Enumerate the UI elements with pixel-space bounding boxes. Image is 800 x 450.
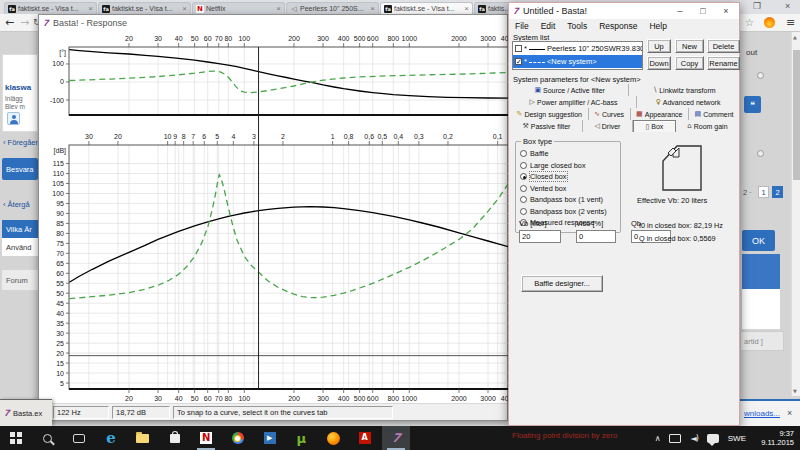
bookmark-star-icon[interactable]: ☆: [745, 17, 754, 28]
return-link[interactable]: ‹ Återgå: [3, 200, 39, 209]
close-tab-icon[interactable]: ×: [182, 5, 187, 13]
quote-icon[interactable]: ❝: [744, 96, 761, 113]
input-viso-[interactable]: [576, 230, 616, 243]
baffle-designer-button[interactable]: Baffle designer...: [521, 275, 603, 292]
system-list[interactable]: *Peerless 10" 250SWR39.8302✓*<New system…: [512, 41, 643, 70]
radio-button-icon[interactable]: [520, 150, 527, 157]
response-title-bar[interactable]: 7 Basta! - Response: [39, 15, 507, 31]
taskbar-icon-taskview[interactable]: [65, 426, 93, 450]
tab-design-suggestion[interactable]: ✎Design suggestion: [511, 108, 589, 120]
basta-exe-window-strip[interactable]: 7 Basta.ex: [0, 399, 52, 426]
tab-appearance[interactable]: ▦Appearance: [631, 108, 689, 120]
tab-room-gain[interactable]: ⌂Room gain: [676, 120, 739, 132]
tab-comment[interactable]: ▤Comment: [689, 108, 739, 120]
tab-passive-filter[interactable]: ⚒Passive filter: [511, 120, 583, 132]
taskbar-icon-basta[interactable]: 7: [382, 426, 410, 450]
scroll-up-icon[interactable]: ▲: [793, 34, 797, 40]
taskbar-icon-chrome[interactable]: [224, 426, 252, 450]
taskbar-icon-start[interactable]: [2, 426, 30, 450]
hamburger-menu-icon[interactable]: ≡: [786, 16, 795, 29]
tab-driver[interactable]: ◁Driver: [583, 120, 633, 132]
system-list-item[interactable]: ✓*<New system>: [513, 55, 642, 68]
downloads-link[interactable]: wnloads...: [744, 409, 780, 418]
radio-baffle[interactable]: Baffle: [516, 148, 620, 160]
tab-curves[interactable]: ∿Curves: [589, 108, 631, 120]
scroll-down-icon[interactable]: ▼: [793, 388, 797, 394]
browser-tab[interactable]: fafaktiskt.se - Visa t...×: [4, 2, 97, 14]
close-icon[interactable]: ×: [715, 4, 737, 18]
tab-linkwitz-transform[interactable]: ∖Linkwitz transform: [629, 84, 739, 96]
list-button-copy[interactable]: Copy: [675, 56, 704, 70]
tray-chevron-icon[interactable]: ∧: [655, 434, 661, 443]
page-2-button[interactable]: 2: [772, 186, 783, 198]
taskbar-icon-edge[interactable]: e: [97, 426, 125, 450]
radio-button-icon[interactable]: [520, 208, 527, 215]
radio-large-closed-box[interactable]: Large closed box: [516, 160, 620, 172]
taskbar-icon-store[interactable]: [161, 426, 189, 450]
browser-tab[interactable]: fafaktiskt.se - Visa t...×: [98, 2, 191, 14]
browser-tab[interactable]: fafaktiskt.se - Visa t...×: [380, 2, 473, 14]
radio-button-icon[interactable]: [520, 173, 527, 180]
forum-user-link[interactable]: klaswa: [5, 83, 31, 92]
notifications-icon[interactable]: [707, 434, 719, 443]
close-tab-icon[interactable]: ×: [276, 5, 281, 13]
taskbar-icon-klite[interactable]: ▶: [256, 426, 284, 450]
browser-tab[interactable]: ◁Peerless 10" 250S...×: [286, 2, 379, 14]
radio-bandpass-box-2-vents-[interactable]: Bandpass box (2 vents): [516, 206, 620, 218]
taskbar-icon-netflix[interactable]: N: [192, 426, 220, 450]
taskbar-icon-explorer[interactable]: [129, 426, 157, 450]
radio-circle-icon[interactable]: [757, 150, 764, 157]
list-button-new[interactable]: New: [675, 39, 704, 53]
close-tab-icon[interactable]: ×: [88, 5, 93, 13]
minimize-icon[interactable]: –: [669, 4, 691, 18]
close-tab-icon[interactable]: ×: [370, 5, 375, 13]
tab-advanced-network[interactable]: ♀Advanced network: [637, 96, 739, 108]
radio-closed-box[interactable]: Closed box: [516, 171, 620, 183]
radio-vented-box[interactable]: Vented box: [516, 183, 620, 195]
system-checkbox[interactable]: ✓: [515, 58, 522, 65]
menu-item-tools[interactable]: Tools: [561, 21, 593, 31]
tab-box[interactable]: ▯Box: [633, 120, 676, 132]
menu-item-edit[interactable]: Edit: [535, 21, 562, 31]
radio-circle-icon[interactable]: [757, 72, 764, 79]
forum-row-forum[interactable]: Forum: [2, 270, 38, 290]
taskbar-icon-firefox[interactable]: [319, 426, 347, 450]
system-list-item[interactable]: *Peerless 10" 250SWR39.8302: [513, 42, 642, 55]
downloads-close-icon[interactable]: ×: [787, 408, 792, 418]
input-vb-liter-[interactable]: [519, 230, 561, 243]
menu-item-help[interactable]: Help: [643, 21, 672, 31]
taskbar-icon-search[interactable]: [34, 426, 62, 450]
close-tab-icon[interactable]: ×: [464, 5, 469, 13]
forward-icon[interactable]: →: [20, 16, 29, 29]
radio-button-icon[interactable]: [520, 185, 527, 192]
list-button-down[interactable]: Down: [647, 56, 671, 70]
list-button-delete[interactable]: Delete: [707, 39, 740, 53]
menu-item-response[interactable]: Response: [593, 21, 643, 31]
forum-row-users[interactable]: Använd: [2, 238, 38, 256]
tab-power-amplifier-ac-bass[interactable]: ▷Power amplifier / AC-bass: [511, 96, 637, 108]
list-button-up[interactable]: Up: [647, 39, 671, 53]
back-icon[interactable]: ←: [5, 16, 14, 29]
menu-item-file[interactable]: File: [509, 21, 535, 31]
page-scrollbar[interactable]: ▲ ▼: [791, 32, 800, 396]
maximize-icon[interactable]: □: [692, 4, 714, 18]
browser-tab[interactable]: NNetflix×: [192, 2, 285, 14]
reply-button[interactable]: Besvara: [2, 158, 38, 180]
taskbar-icon-utorrent[interactable]: µ: [287, 426, 315, 450]
network-display-icon[interactable]: [669, 434, 681, 443]
tab-source-active-filter[interactable]: ▣Source / Active filter: [511, 84, 629, 96]
taskbar-icon-adobe[interactable]: A: [351, 426, 379, 450]
system-checkbox[interactable]: [515, 45, 522, 52]
browser-close-icon[interactable]: ×: [785, 1, 790, 11]
scrollbar-thumb[interactable]: [793, 50, 800, 180]
avatar[interactable]: [7, 112, 20, 125]
keyboard-language-indicator[interactable]: SWE: [728, 434, 746, 443]
volume-icon[interactable]: ◄): [690, 434, 697, 443]
ok-button[interactable]: OK: [742, 230, 775, 251]
radio-button-icon[interactable]: [520, 162, 527, 169]
radio-button-icon[interactable]: [520, 196, 527, 203]
previous-link[interactable]: ‹ Föregående: [3, 138, 39, 147]
response-chart-area[interactable]: 1000-100[°]20304050607080100200300400500…: [39, 31, 509, 405]
browser-restore-icon[interactable]: ❐: [753, 1, 761, 11]
radio-bandpass-box-1-vent-[interactable]: Bandpass box (1 vent): [516, 194, 620, 206]
